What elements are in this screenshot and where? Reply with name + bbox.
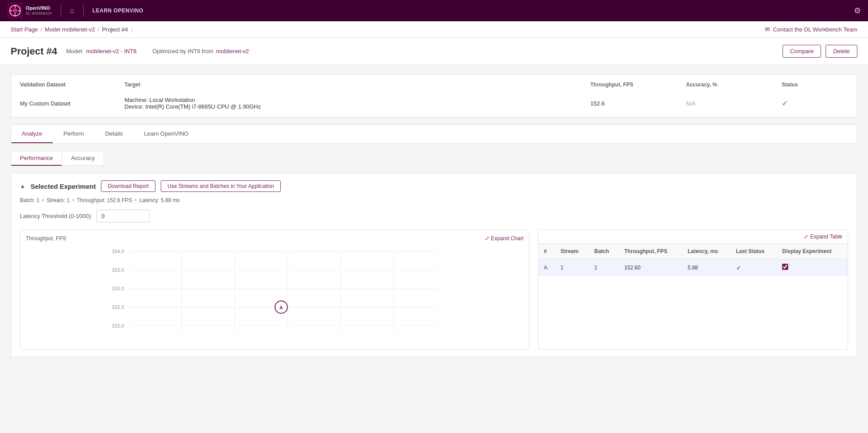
data-table: # Stream Batch Throughput, FPS Latency, … bbox=[539, 244, 848, 276]
subtab-accuracy[interactable]: Accuracy bbox=[62, 151, 104, 166]
breadcrumb-sep-1: / bbox=[40, 26, 42, 33]
stat-latency: Latency: 5.88 ms bbox=[139, 197, 179, 203]
col-validation-dataset: Validation Dataset bbox=[20, 82, 117, 88]
cell-batch: 1 bbox=[589, 259, 619, 276]
stats-dot-3: • bbox=[135, 197, 136, 203]
logo-text: OpenVINO bbox=[26, 5, 52, 11]
stats-dot-2: • bbox=[72, 197, 74, 203]
dataset-row: My Custom Dataset Machine: Local Worksta… bbox=[20, 97, 848, 110]
table-header: # Stream Batch Throughput, FPS Latency, … bbox=[539, 244, 848, 259]
compare-button[interactable]: Compare bbox=[783, 45, 821, 58]
col-status: Status bbox=[782, 82, 848, 88]
svg-text:154.0: 154.0 bbox=[112, 249, 124, 254]
chart-title: Throughput, FPS bbox=[26, 235, 66, 242]
subtab-bar: Performance Accuracy bbox=[11, 151, 857, 166]
dataset-card: Validation Dataset Target Throughput, FP… bbox=[11, 74, 857, 117]
home-icon[interactable]: ⌂ bbox=[70, 7, 74, 15]
col-accuracy: Accuracy, % bbox=[686, 82, 775, 88]
svg-text:152.0: 152.0 bbox=[112, 323, 124, 328]
stat-throughput: Throughput: 152.6 FPS bbox=[77, 197, 132, 203]
optimized-text: Optimized by INT8 from bbox=[152, 48, 213, 55]
breadcrumb-start-page[interactable]: Start Page bbox=[11, 26, 38, 33]
latency-threshold-input[interactable] bbox=[97, 210, 150, 222]
dataset-header: Validation Dataset Target Throughput, FP… bbox=[20, 82, 848, 91]
tab-analyze[interactable]: Analyze bbox=[11, 125, 53, 143]
chart-header: Throughput, FPS ⤢ Expand Chart bbox=[26, 235, 523, 242]
chart-container: 154.0 153.5 153.0 152.5 152.0 bbox=[26, 245, 523, 344]
cell-id: A bbox=[539, 259, 555, 276]
display-experiment-checkbox[interactable] bbox=[782, 264, 788, 270]
model-label: Model: bbox=[66, 48, 83, 55]
breadcrumb-bar: Start Page / Model mobilenet-v2 / Projec… bbox=[0, 21, 868, 38]
section-title: Selected Experiment bbox=[31, 183, 96, 190]
stat-stream: Stream: 1 bbox=[46, 197, 70, 203]
download-report-button[interactable]: Download Report bbox=[101, 180, 155, 192]
header-actions: Compare Delete bbox=[783, 45, 857, 58]
cell-display[interactable] bbox=[777, 259, 848, 276]
expand-table-link[interactable]: ⤢ Expand Table bbox=[804, 234, 842, 240]
main-content: Validation Dataset Target Throughput, FP… bbox=[0, 65, 868, 433]
chart-section: Throughput, FPS ⤢ Expand Chart 154.0 153… bbox=[20, 230, 529, 350]
th-latency: Latency, ms bbox=[682, 244, 731, 259]
svg-text:153.0: 153.0 bbox=[112, 286, 124, 291]
experiment-stats: Batch: 1 • Stream: 1 • Throughput: 152.6… bbox=[20, 197, 848, 203]
table-row: A 1 1 152.60 5.88 ✓ bbox=[539, 259, 848, 276]
main-tab-bar: Analyze Perform Details Learn OpenVINO bbox=[11, 125, 857, 144]
col-target: Target bbox=[124, 82, 583, 88]
selected-experiment-card: ▲ Selected Experiment Download Report Us… bbox=[11, 173, 857, 357]
contact-workbench-link[interactable]: ✉ Contact the DL Workbench Team bbox=[765, 26, 857, 33]
expand-chart-link[interactable]: ⤢ Expand Chart bbox=[485, 235, 523, 242]
tab-learn-openvino[interactable]: Learn OpenVINO bbox=[133, 125, 199, 143]
page-title: Project #4 bbox=[11, 46, 57, 57]
dataset-target-line1: Machine: Local Workstation bbox=[124, 97, 583, 103]
expand-chart-icon: ⤢ bbox=[485, 235, 489, 242]
learn-openvino-link[interactable]: LEARN OPENVINO bbox=[93, 8, 143, 14]
top-navigation: OpenVINO DL Workbench ⌂ LEARN OPENVINO ⚙ bbox=[0, 0, 868, 21]
svg-text:A: A bbox=[279, 305, 283, 310]
cell-stream: 1 bbox=[555, 259, 589, 276]
expand-table-label: Expand Table bbox=[810, 234, 842, 240]
nav-divider-2 bbox=[83, 4, 84, 17]
cell-throughput: 152.60 bbox=[619, 259, 682, 276]
logo-icon bbox=[7, 3, 23, 19]
streams-batches-button[interactable]: Use Streams and Batches in Your Applicat… bbox=[161, 180, 281, 192]
svg-point-1 bbox=[13, 8, 17, 13]
collapse-icon[interactable]: ▲ bbox=[20, 183, 25, 189]
tab-perform[interactable]: Perform bbox=[53, 125, 94, 143]
subtab-performance[interactable]: Performance bbox=[11, 151, 62, 166]
tab-details[interactable]: Details bbox=[94, 125, 133, 143]
th-stream: Stream bbox=[555, 244, 589, 259]
optimized-info: Optimized by INT8 from mobilenet-v2 bbox=[152, 48, 249, 55]
svg-text:152.5: 152.5 bbox=[112, 304, 124, 310]
th-status: Last Status bbox=[731, 244, 777, 259]
th-batch: Batch bbox=[589, 244, 619, 259]
logo-subtext: DL Workbench bbox=[26, 11, 52, 16]
expand-chart-label: Expand Chart bbox=[491, 235, 523, 242]
page-header: Project #4 Model: mobilenet-v2 - INT8 Op… bbox=[0, 38, 868, 65]
delete-button[interactable]: Delete bbox=[825, 45, 857, 58]
stats-dot-1: • bbox=[42, 197, 44, 203]
table-header-row: ⤢ Expand Table bbox=[539, 230, 848, 244]
table-section: ⤢ Expand Table # Stream Batch Throughput… bbox=[538, 230, 848, 350]
nav-divider bbox=[61, 4, 61, 17]
latency-threshold: Latency Threshold (0-1000): bbox=[20, 210, 848, 222]
col-throughput: Throughput, FPS bbox=[590, 82, 679, 88]
breadcrumb-model[interactable]: Model mobilenet-v2 bbox=[45, 26, 95, 33]
dataset-target: Machine: Local Workstation Device: Intel… bbox=[124, 97, 583, 110]
dataset-status: ✓ bbox=[782, 99, 848, 108]
settings-icon[interactable]: ⚙ bbox=[854, 6, 861, 16]
cell-latency: 5.88 bbox=[682, 259, 731, 276]
breadcrumb-current: Project #4 bbox=[102, 26, 128, 33]
contact-label: Contact the DL Workbench Team bbox=[773, 26, 857, 33]
breadcrumb: Start Page / Model mobilenet-v2 / Projec… bbox=[11, 26, 133, 33]
dataset-target-line2: Device: Intel(R) Core(TM) i7-8665U CPU @… bbox=[124, 103, 583, 110]
chart-table-area: Throughput, FPS ⤢ Expand Chart 154.0 153… bbox=[20, 230, 848, 350]
expand-table-icon: ⤢ bbox=[804, 234, 808, 240]
logo: OpenVINO DL Workbench bbox=[7, 3, 52, 19]
dataset-throughput: 152.6 bbox=[590, 100, 679, 107]
model-name-link[interactable]: mobilenet-v2 - INT8 bbox=[86, 48, 136, 55]
cell-status: ✓ bbox=[731, 259, 777, 276]
optimized-from-link[interactable]: mobilenet-v2 bbox=[216, 48, 249, 55]
cursor-position: | bbox=[132, 27, 133, 32]
th-display: Display Experiment bbox=[777, 244, 848, 259]
